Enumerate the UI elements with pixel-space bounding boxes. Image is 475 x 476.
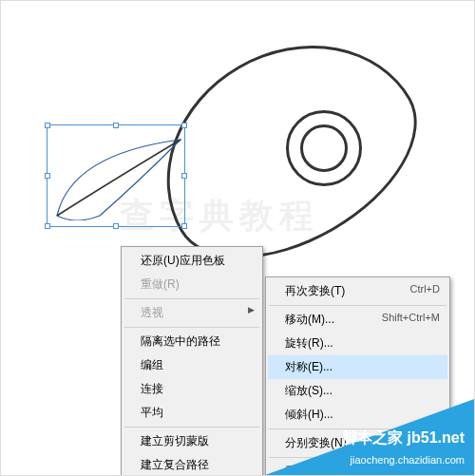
handle-top-left[interactable] bbox=[45, 123, 50, 128]
menu-clipping-mask[interactable]: 建立剪切蒙版 bbox=[124, 429, 260, 453]
handle-bot-mid[interactable] bbox=[113, 223, 119, 229]
shortcut: Shift+Ctrl+M bbox=[382, 312, 440, 323]
handle-bot-right[interactable] bbox=[181, 223, 187, 229]
label: 再次变换(T) bbox=[285, 284, 345, 297]
menu-isolate[interactable]: 隔离选中的路径 bbox=[124, 330, 260, 353]
separator bbox=[124, 327, 259, 328]
rocket-window-inner bbox=[300, 124, 348, 172]
menu-move[interactable]: 移动(M)...Shift+Ctrl+M bbox=[268, 308, 447, 332]
fin-path bbox=[52, 135, 185, 220]
handle-top-right[interactable] bbox=[181, 123, 187, 128]
handle-bot-left[interactable] bbox=[45, 223, 50, 229]
watermark-sub: jiaocheng.chazidian.com bbox=[351, 454, 465, 466]
menu-join[interactable]: 连接 bbox=[124, 377, 260, 401]
rocket-drawing bbox=[153, 44, 419, 262]
menu-reflect[interactable]: 对称(E)... bbox=[268, 355, 447, 379]
handle-mid-left[interactable] bbox=[45, 173, 50, 179]
menu-undo[interactable]: 还原(U)应用色板 bbox=[124, 249, 260, 273]
rocket-window-outer bbox=[286, 110, 362, 186]
handle-mid-right[interactable] bbox=[181, 173, 187, 179]
menu-average[interactable]: 平均 bbox=[124, 401, 260, 425]
separator bbox=[124, 427, 259, 428]
menu-group[interactable]: 编组 bbox=[124, 353, 260, 377]
menu-redo: 重做(R) bbox=[124, 273, 260, 296]
selection-bounding-box[interactable] bbox=[47, 124, 185, 227]
menu-transform-again[interactable]: 再次变换(T)Ctrl+D bbox=[268, 279, 447, 303]
menu-perspective: 透视 bbox=[124, 301, 260, 325]
handle-top-mid[interactable] bbox=[113, 123, 119, 128]
context-menu[interactable]: 还原(U)应用色板 重做(R) 透视 隔离选中的路径 编组 连接 平均 建立剪切… bbox=[121, 246, 263, 476]
menu-rotate[interactable]: 旋转(R)... bbox=[268, 332, 447, 355]
separator bbox=[124, 298, 259, 299]
label: 移动(M)... bbox=[285, 313, 334, 326]
separator bbox=[269, 305, 446, 306]
watermark-main: 脚本之家 jb51.net bbox=[342, 428, 465, 448]
shortcut: Ctrl+D bbox=[410, 283, 440, 295]
menu-compound-path[interactable]: 建立复合路径 bbox=[124, 453, 260, 476]
